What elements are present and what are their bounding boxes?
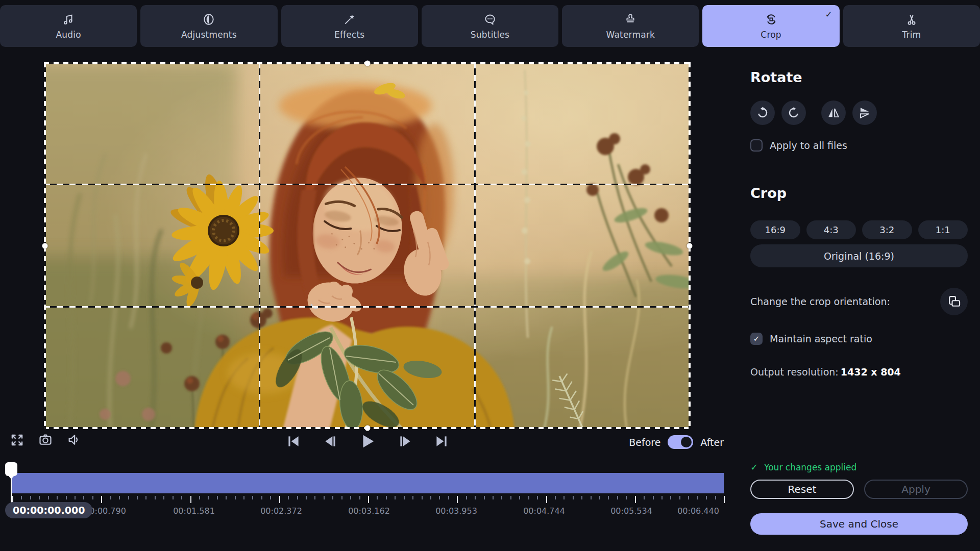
tab-adjustments[interactable]: Adjustments <box>140 5 277 47</box>
ratio-3-2-button[interactable]: 3:2 <box>862 220 912 239</box>
save-and-close-button[interactable]: Save and Close <box>750 513 968 535</box>
crop-handle-bottom[interactable] <box>364 425 370 431</box>
tab-label: Adjustments <box>181 30 237 40</box>
maintain-aspect-ratio-checkbox[interactable]: ✓ Maintain aspect ratio <box>750 333 968 345</box>
time-label: 00:03.953 <box>435 506 477 516</box>
crop-handle-right[interactable] <box>687 243 693 248</box>
applied-check-icon: ✓ <box>825 9 832 19</box>
tab-label: Effects <box>334 30 364 40</box>
current-time-badge: 00:00:00.000 <box>5 502 92 518</box>
maintain-aspect-ratio-label: Maintain aspect ratio <box>770 333 872 344</box>
tab-trim[interactable]: Trim <box>843 5 980 47</box>
output-resolution-label: Output resolution: <box>750 366 839 378</box>
before-label: Before <box>629 437 660 448</box>
time-label: 00:06.440 <box>677 506 719 516</box>
status-text: Your changes applied <box>764 462 856 472</box>
timeline-track[interactable] <box>12 473 724 493</box>
time-label: 00:05.534 <box>610 506 652 516</box>
crop-handle-left[interactable] <box>42 243 48 248</box>
rotate-left-button[interactable] <box>750 101 775 125</box>
crop-section-title: Crop <box>750 185 968 201</box>
timeline-ruler[interactable] <box>12 496 725 504</box>
toggle-knob <box>681 437 692 447</box>
time-label: 00:03.162 <box>348 506 390 516</box>
video-preview <box>44 62 691 429</box>
crop-orientation-row: Change the crop orientation: <box>750 288 968 315</box>
timeline-labels: 00:00.790 00:01.581 00:02.372 00:03.162 … <box>12 506 725 519</box>
flip-vertical-button[interactable] <box>852 101 877 125</box>
video-frame-image <box>44 62 691 429</box>
rotate-right-button[interactable] <box>781 101 806 125</box>
apply-to-all-files-label: Apply to all files <box>770 140 847 151</box>
panel-actions: ✓ Your changes applied Reset Apply Save … <box>750 462 968 535</box>
mute-speaker-icon[interactable] <box>67 433 81 447</box>
crop-rotate-icon <box>765 13 778 26</box>
time-label: 00:04.744 <box>523 506 565 516</box>
before-after-control: Before After <box>629 435 724 449</box>
success-check-icon: ✓ <box>750 462 758 472</box>
orientation-toggle-button[interactable] <box>940 288 968 315</box>
ratio-4-3-button[interactable]: 4:3 <box>806 220 856 239</box>
tab-label: Trim <box>902 30 921 40</box>
playhead-handle[interactable] <box>5 462 17 476</box>
next-frame-button[interactable] <box>398 434 413 449</box>
crop-settings-panel: Rotate Apply to all files Crop 16:9 4:3 … <box>750 62 968 545</box>
speech-bubble-icon <box>483 13 497 26</box>
flip-horizontal-button[interactable] <box>821 101 846 125</box>
apply-button[interactable]: Apply <box>864 480 968 499</box>
snapshot-camera-icon[interactable] <box>38 433 53 447</box>
magic-wand-icon <box>343 13 356 26</box>
apply-to-all-files-checkbox[interactable]: Apply to all files <box>750 139 968 152</box>
tab-crop[interactable]: ✓ Crop <box>702 5 839 47</box>
stamp-icon <box>624 13 637 26</box>
transport-controls <box>286 433 449 450</box>
output-resolution-row: Output resolution: 1432 x 804 <box>750 366 968 378</box>
contrast-icon <box>202 13 215 26</box>
music-note-icon <box>62 13 75 26</box>
tab-audio[interactable]: Audio <box>0 5 137 47</box>
rotate-buttons-row <box>750 101 968 125</box>
skip-to-start-button[interactable] <box>286 434 301 449</box>
checkbox-unchecked[interactable] <box>750 139 763 152</box>
tool-tabbar: Audio Adjustments Effects Subtitles Wate… <box>0 5 980 47</box>
play-button[interactable] <box>359 433 376 450</box>
ratio-16-9-button[interactable]: 16:9 <box>750 220 800 239</box>
ratio-original-button[interactable]: Original (16:9) <box>750 244 968 267</box>
tab-label: Audio <box>56 30 81 40</box>
fullscreen-icon[interactable] <box>10 433 24 447</box>
changes-applied-status: ✓ Your changes applied <box>750 462 968 472</box>
before-after-toggle[interactable] <box>668 435 693 449</box>
tab-label: Crop <box>761 30 781 40</box>
crop-handle-top[interactable] <box>364 61 370 66</box>
time-label: 00:01.581 <box>173 506 215 516</box>
crop-orientation-label: Change the crop orientation: <box>750 296 890 307</box>
checkbox-checked[interactable]: ✓ <box>750 333 763 345</box>
tab-effects[interactable]: Effects <box>281 5 418 47</box>
after-label: After <box>700 437 724 448</box>
tab-watermark[interactable]: Watermark <box>562 5 699 47</box>
previous-frame-button[interactable] <box>323 434 338 449</box>
ratio-1-1-button[interactable]: 1:1 <box>918 220 968 239</box>
tab-label: Watermark <box>606 30 655 40</box>
preview-tools <box>10 433 81 447</box>
aspect-ratio-buttons: 16:9 4:3 3:2 1:1 <box>750 220 968 239</box>
reset-button[interactable]: Reset <box>750 480 854 499</box>
tab-label: Subtitles <box>471 30 509 40</box>
scissors-icon <box>905 13 918 26</box>
output-resolution-value: 1432 x 804 <box>841 366 901 378</box>
time-label: 00:02.372 <box>260 506 302 516</box>
tab-subtitles[interactable]: Subtitles <box>422 5 558 47</box>
video-editor-window: Audio Adjustments Effects Subtitles Wate… <box>0 0 980 551</box>
rotate-section-title: Rotate <box>750 69 968 85</box>
skip-to-end-button[interactable] <box>434 434 449 449</box>
